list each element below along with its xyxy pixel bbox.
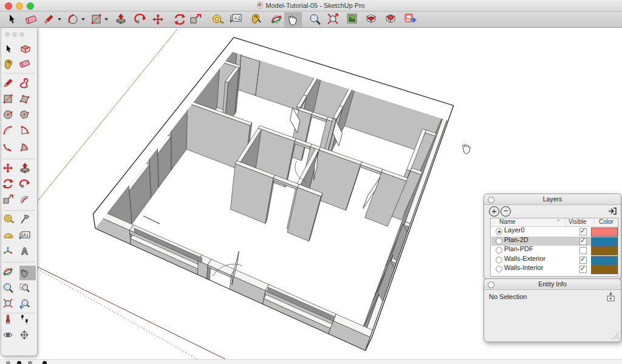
svg-text:A1: A1 — [23, 232, 29, 238]
svg-text:A1: A1 — [234, 15, 241, 21]
